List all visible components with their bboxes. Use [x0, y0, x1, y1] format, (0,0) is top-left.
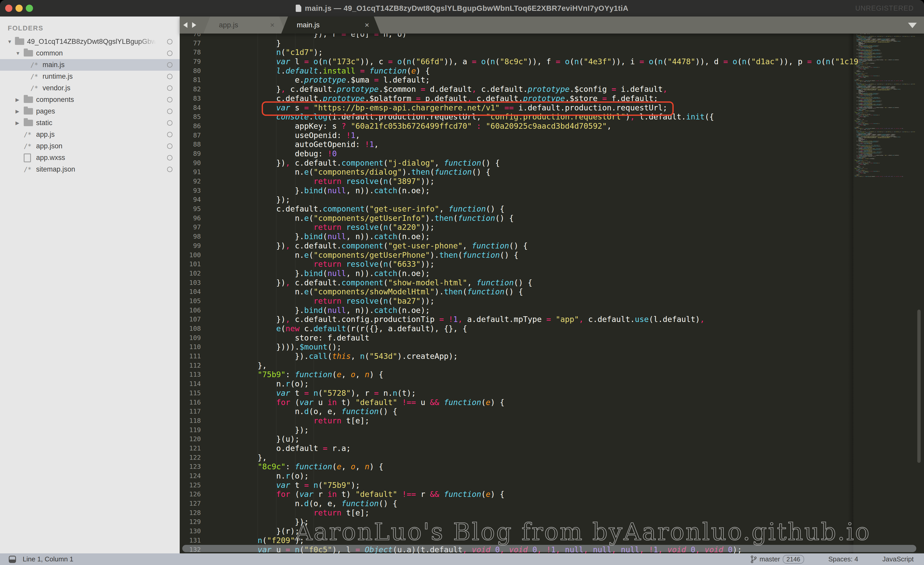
- code-token: null: [327, 306, 346, 315]
- sidebar-item-vendor-js[interactable]: /*vendor.js: [0, 82, 180, 94]
- code-token: (: [290, 490, 300, 499]
- folder-icon: [24, 96, 33, 103]
- caret-down-icon[interactable]: ▼: [15, 51, 20, 56]
- code-token: c.default.: [476, 85, 528, 94]
- sidebar-item-pages[interactable]: ▶pages: [0, 105, 180, 117]
- code-token: (: [327, 352, 332, 361]
- code-token: c.: [300, 324, 314, 333]
- code-token: ).createApp);: [397, 352, 458, 361]
- code-token: [728, 57, 733, 66]
- code-token: return: [314, 416, 341, 425]
- syntax-setting[interactable]: JavaScript: [882, 555, 914, 563]
- code-token: n.: [295, 213, 304, 222]
- sidebar-item-app-json[interactable]: /*app.json: [0, 140, 180, 152]
- minimap[interactable]: }), r = e[o] = n, o) } n("c1d7"); var l …: [853, 33, 920, 188]
- code-token: (: [281, 324, 286, 333]
- code-token: o: [351, 370, 355, 379]
- code-token: n: [258, 536, 262, 545]
- sidebar-item-static[interactable]: ▶static: [0, 117, 180, 129]
- history-back-icon[interactable]: [183, 22, 188, 28]
- code-line-105: 105return resolve(n("ba27"));: [180, 296, 858, 306]
- tab-overflow-chevron-down-icon[interactable]: [908, 23, 917, 28]
- line-number: 116: [180, 398, 239, 407]
- code-editor[interactable]: 76}), r = e[o] = n, o)77}78n("c1d7");79v…: [180, 33, 924, 553]
- sidebar-item-app-wxss[interactable]: app.wxss: [0, 152, 180, 164]
- open-indicator-circle-icon: [167, 86, 172, 91]
- code-token: return: [314, 177, 341, 186]
- code-token: resolve: [346, 296, 378, 305]
- git-changes-badge: 2146: [783, 555, 804, 564]
- sidebar-item-label: app.wxss: [36, 154, 65, 162]
- code-token: then: [444, 287, 462, 296]
- code-token: "8c9c": [258, 462, 285, 471]
- tab-close-icon[interactable]: ×: [364, 17, 369, 33]
- git-branch-status[interactable]: master 2146: [750, 555, 804, 564]
- code-token: =: [440, 315, 444, 324]
- code-token: c.default.: [290, 278, 342, 287]
- code-token: ,: [663, 85, 668, 94]
- code-token: "j-dialog": [388, 158, 435, 167]
- code-token: e: [337, 462, 341, 471]
- panel-toggle-icon[interactable]: [9, 556, 16, 563]
- sidebar-item-label: app.json: [36, 142, 62, 150]
- code-token: a.default.mpType: [462, 315, 546, 324]
- code-token: n.: [295, 167, 304, 176]
- code-token: o: [314, 57, 318, 66]
- code-line-127: 127n.d(o, e, function() {: [180, 499, 858, 508]
- code-token: }): [276, 278, 285, 287]
- caret-right-icon[interactable]: ▶: [15, 97, 20, 103]
- history-forward-icon[interactable]: [192, 22, 196, 28]
- code-token: ,: [458, 315, 462, 324]
- caret-right-icon[interactable]: ▶: [15, 108, 20, 114]
- line-number: 108: [180, 324, 239, 333]
- code-token: (o, e,: [309, 499, 341, 508]
- tab-close-icon[interactable]: ×: [270, 17, 274, 33]
- sidebar-item-sitemap-json[interactable]: /*sitemap.json: [0, 164, 180, 175]
- code-token: ).: [402, 167, 411, 176]
- code-token: useOpenid:: [295, 131, 346, 140]
- tab-app-js[interactable]: app.js×: [203, 17, 286, 33]
- code-token: "60a21fc053b6726499ffcd70": [351, 122, 472, 131]
- code-token: !: [327, 149, 332, 158]
- sidebar-item-components[interactable]: ▶components: [0, 94, 180, 105]
- tab-main-js[interactable]: main.js×: [281, 17, 381, 33]
- line-number: 87: [180, 131, 239, 140]
- code-token: () {: [500, 251, 518, 260]
- caret-down-icon[interactable]: ▼: [7, 39, 12, 45]
- code-token: =: [546, 315, 551, 324]
- code-token: ,: [286, 158, 290, 167]
- code-line-123: 123"8c9c": function(e, o, n) {: [180, 462, 858, 471]
- indentation-setting[interactable]: Spaces: 4: [828, 555, 858, 563]
- sidebar-item-runtime-js[interactable]: /*runtime.js: [0, 71, 180, 82]
- vertical-scrollbar[interactable]: [917, 310, 921, 463]
- code-token: "173c": [332, 57, 360, 66]
- code-token: o: [649, 57, 653, 66]
- code-token: ,: [281, 85, 286, 94]
- folder-icon: [24, 120, 33, 126]
- code-token: "3897": [393, 177, 420, 186]
- code-token: (n.oe);: [397, 186, 430, 195]
- code-token: 1: [351, 131, 355, 140]
- line-number: 79: [180, 57, 239, 66]
- folder-icon: [15, 38, 24, 45]
- code-token: n: [383, 260, 388, 269]
- code-token: (: [388, 222, 393, 232]
- code-token: "d1ac": [751, 57, 779, 66]
- line-number: 124: [180, 471, 239, 481]
- code-token: [341, 296, 346, 305]
- code-token: var: [276, 57, 295, 66]
- sidebar-item-common[interactable]: ▼common: [0, 48, 180, 59]
- watermark-text: AaronLuo's Blog from byAaronluo.github.i…: [295, 518, 871, 545]
- code-token: function: [444, 158, 482, 167]
- code-token: u: [416, 398, 430, 407]
- sidebar-item-main-js[interactable]: /*main.js: [0, 59, 180, 71]
- sidebar-item-49-o1cqt14zb8zydwt8qgslylbgupgbwwbnltoq6e2xbr7evihvni7yoyy1tia[interactable]: ▼49_O1cqT14ZB8zyDwt8QgslYLBgupGbwWbnLToq…: [0, 36, 180, 48]
- code-token: for: [276, 398, 290, 407]
- caret-right-icon[interactable]: ▶: [15, 120, 20, 126]
- sidebar-item-app-js[interactable]: /*app.js: [0, 129, 180, 140]
- horizontal-scrollbar[interactable]: [182, 545, 916, 552]
- code-token: }: [276, 85, 281, 94]
- code-token: (: [737, 57, 742, 66]
- line-number: 109: [180, 333, 239, 343]
- code-token: , n)).: [346, 232, 374, 241]
